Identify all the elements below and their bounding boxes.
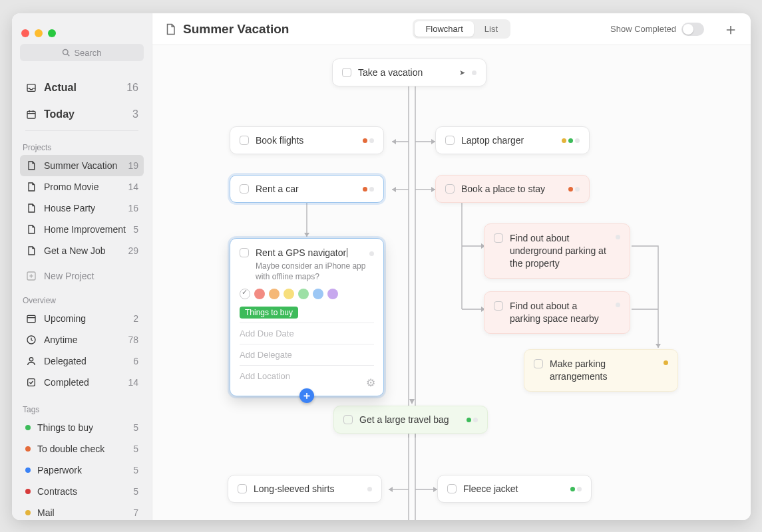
node-root[interactable]: Take a vacation ➤ xyxy=(332,59,486,86)
overview-item[interactable]: Delegated6 xyxy=(20,350,144,372)
list-tab[interactable]: List xyxy=(474,21,508,37)
node-space[interactable]: Find out about a parking space nearby xyxy=(484,291,630,334)
tags-header: Tags xyxy=(17,405,146,417)
svg-marker-24 xyxy=(389,487,393,492)
document-icon xyxy=(25,202,37,214)
svg-marker-19 xyxy=(304,233,309,237)
project-item[interactable]: Home Improvement5 xyxy=(20,219,144,240)
svg-point-13 xyxy=(29,358,33,361)
nav-actual[interactable]: Actual 16 xyxy=(20,74,144,101)
svg-marker-23 xyxy=(409,399,415,404)
tag-item[interactable]: To double check5 xyxy=(20,438,144,460)
checkbox-icon[interactable] xyxy=(534,359,543,368)
document-icon xyxy=(25,160,37,172)
document-icon xyxy=(25,181,37,193)
node-flights[interactable]: Book flights xyxy=(230,126,384,154)
overview-icon xyxy=(25,334,37,346)
flowchart-canvas[interactable]: Take a vacation ➤ Book flights Laptop ch… xyxy=(152,45,751,520)
color-swatch[interactable] xyxy=(298,289,309,299)
svg-marker-22 xyxy=(656,344,661,348)
overview-item[interactable]: Anytime78 xyxy=(20,329,144,350)
node-place[interactable]: Book a place to stay xyxy=(435,175,590,203)
sidebar: Search Actual 16 Today 3 Projects Summer… xyxy=(12,13,152,520)
node-shirts[interactable]: Long-sleeved shirts xyxy=(228,475,382,503)
node-bag[interactable]: Get a large travel bag xyxy=(333,406,488,434)
tag-item[interactable]: Mail7 xyxy=(20,502,144,520)
color-swatch[interactable] xyxy=(284,289,294,299)
color-swatch[interactable] xyxy=(269,289,280,299)
document-icon xyxy=(25,245,37,257)
checkbox-icon[interactable] xyxy=(343,415,353,424)
zoom-window[interactable] xyxy=(48,29,56,37)
checkbox-icon[interactable] xyxy=(342,68,351,77)
overview-item[interactable]: Upcoming2 xyxy=(20,308,144,329)
checkbox-icon[interactable] xyxy=(238,484,247,493)
projects-header: Projects xyxy=(17,143,146,155)
location-field[interactable]: Add Location xyxy=(240,365,374,386)
view-switcher[interactable]: Flowchart List xyxy=(413,19,510,39)
close-window[interactable] xyxy=(21,29,29,37)
overview-header: Overview xyxy=(17,296,146,308)
checkbox-icon[interactable] xyxy=(447,484,457,493)
checkbox-icon[interactable] xyxy=(240,184,249,194)
no-color-swatch[interactable] xyxy=(240,289,250,299)
node-car[interactable]: Rent a car xyxy=(230,175,384,203)
tag-dot-icon xyxy=(25,510,31,515)
overview-icon xyxy=(25,313,37,325)
add-button[interactable]: ＋ xyxy=(723,21,739,37)
svg-rect-10 xyxy=(27,315,35,323)
tag-item[interactable]: Paperwork5 xyxy=(20,460,144,481)
node-underground[interactable]: Find out about underground parking at th… xyxy=(484,223,630,279)
flowchart-tab[interactable]: Flowchart xyxy=(415,21,473,37)
color-picker[interactable] xyxy=(240,289,374,299)
svg-marker-15 xyxy=(392,139,396,144)
editor-tag[interactable]: Things to buy xyxy=(240,307,298,319)
toolbar: Summer Vacation Flowchart List Show Comp… xyxy=(152,13,751,45)
window-controls[interactable] xyxy=(21,29,56,37)
svg-marker-17 xyxy=(392,187,396,192)
gear-icon[interactable]: ⚙ xyxy=(366,376,375,389)
checkbox-icon[interactable] xyxy=(240,248,249,257)
plus-icon xyxy=(25,270,37,282)
node-laptop[interactable]: Laptop charger xyxy=(435,126,590,154)
overview-icon xyxy=(25,355,37,367)
tag-dot-icon xyxy=(25,489,31,494)
svg-rect-14 xyxy=(28,379,35,386)
svg-rect-3 xyxy=(27,111,35,118)
color-swatch[interactable] xyxy=(313,289,323,299)
checkbox-icon[interactable] xyxy=(494,233,503,243)
delegate-field[interactable]: Add Delegate xyxy=(240,344,374,365)
checkbox-icon[interactable] xyxy=(445,184,455,194)
project-item[interactable]: Summer Vacation19 xyxy=(20,155,144,176)
tag-dot-icon xyxy=(25,446,31,452)
tag-dot-icon xyxy=(25,467,31,473)
project-item[interactable]: House Party16 xyxy=(20,198,144,219)
show-completed-toggle[interactable] xyxy=(681,23,704,36)
color-swatch[interactable] xyxy=(254,289,265,299)
svg-line-1 xyxy=(68,54,70,56)
project-item[interactable]: Promo Movie14 xyxy=(20,176,144,198)
due-date-field[interactable]: Add Due Date xyxy=(240,323,374,344)
checkbox-icon[interactable] xyxy=(494,301,503,311)
overview-item[interactable]: Completed14 xyxy=(20,372,144,393)
color-swatch[interactable] xyxy=(327,289,338,299)
overview-icon xyxy=(25,376,37,388)
minimize-window[interactable] xyxy=(35,29,43,37)
add-child-button[interactable]: ＋ xyxy=(299,388,314,403)
checkbox-icon[interactable] xyxy=(240,136,249,145)
editor-title-input[interactable]: Rent a GPS navigator xyxy=(256,247,347,258)
nav-today[interactable]: Today 3 xyxy=(20,101,144,128)
tag-item[interactable]: Things to buy5 xyxy=(20,417,144,438)
node-arrangements[interactable]: Make parking arrangements xyxy=(524,349,678,392)
document-icon xyxy=(164,23,176,36)
search-icon xyxy=(62,49,70,57)
tag-item[interactable]: Contracts5 xyxy=(20,481,144,502)
location-icon: ➤ xyxy=(459,68,465,77)
search-input[interactable]: Search xyxy=(20,44,144,61)
checkbox-icon[interactable] xyxy=(445,136,455,145)
new-project-button[interactable]: New Project xyxy=(20,265,144,287)
editor-notes[interactable]: Maybe consider an iPhone app with offlin… xyxy=(256,261,374,282)
node-editor[interactable]: Rent a GPS navigator Maybe consider an i… xyxy=(230,238,384,396)
project-item[interactable]: Get a New Job29 xyxy=(20,240,144,261)
node-fleece[interactable]: Fleece jacket xyxy=(437,475,592,503)
